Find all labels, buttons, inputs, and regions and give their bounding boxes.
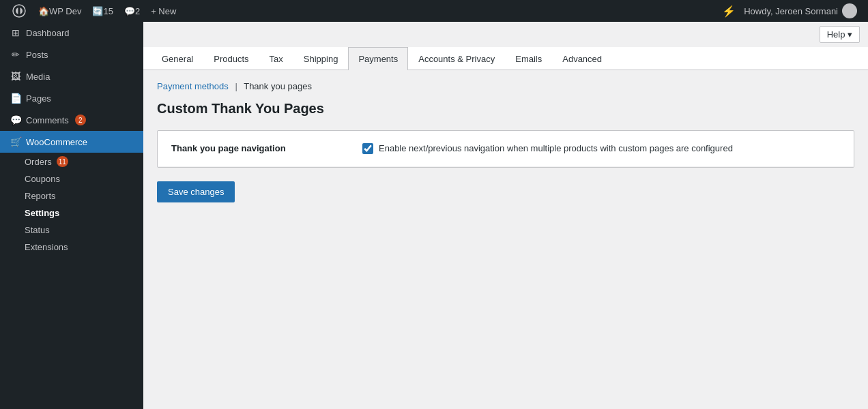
sidebar-sub-orders[interactable]: Orders 11 xyxy=(25,153,143,170)
setting-label-navigation: Thank you page navigation xyxy=(171,142,362,153)
woocommerce-submenu: Orders 11 Coupons Reports Settings Statu… xyxy=(0,153,143,256)
comments-nav-icon: 💬 xyxy=(10,115,22,125)
comments-icon: 💬 xyxy=(124,6,135,16)
sidebar-sub-reports[interactable]: Reports xyxy=(25,187,143,204)
dashboard-icon: ⊞ xyxy=(10,27,22,38)
user-avatar xyxy=(842,3,857,18)
sidebar: ⊞ Dashboard ✏ Posts 🖼 Media 📄 Pages 💬 Co… xyxy=(0,22,143,409)
sidebar-sub-status[interactable]: Status xyxy=(25,222,143,239)
tab-advanced[interactable]: Advanced xyxy=(552,47,612,70)
user-greeting[interactable]: Howdy, Jeroen Sormani xyxy=(738,0,863,22)
settings-row-navigation: Thank you page navigation Enable next/pr… xyxy=(158,131,854,167)
media-icon: 🖼 xyxy=(10,71,22,82)
page-title: Custom Thank You Pages xyxy=(157,101,854,117)
save-changes-button[interactable]: Save changes xyxy=(157,181,235,202)
breadcrumb-current: Thank you pages xyxy=(244,81,312,91)
new-content[interactable]: + New xyxy=(145,0,182,22)
orders-badge: 11 xyxy=(57,156,68,167)
tab-tax[interactable]: Tax xyxy=(259,47,293,70)
main-content: Help ▾ General Products Tax Shipping Pay… xyxy=(143,22,868,409)
wp-logo[interactable] xyxy=(5,0,33,22)
admin-bar: 🏠 WP Dev 🔄 15 💬 2 + New ⚡ Howdy, Jeroen … xyxy=(0,0,868,22)
sidebar-item-comments[interactable]: 💬 Comments 2 xyxy=(0,109,143,131)
navigation-checkbox[interactable] xyxy=(362,143,373,154)
help-button[interactable]: Help ▾ xyxy=(820,26,860,43)
updates-item[interactable]: 🔄 15 xyxy=(87,0,118,22)
sidebar-item-media[interactable]: 🖼 Media xyxy=(0,65,143,87)
comments-item[interactable]: 💬 2 xyxy=(119,0,145,22)
lightning-icon: ⚡ xyxy=(722,5,736,18)
site-name[interactable]: 🏠 WP Dev xyxy=(33,0,87,22)
sidebar-item-woocommerce[interactable]: 🛒 WooCommerce xyxy=(0,131,143,153)
sidebar-sub-coupons[interactable]: Coupons xyxy=(25,170,143,187)
breadcrumb-separator: | xyxy=(235,81,237,91)
pages-icon: 📄 xyxy=(10,93,22,104)
svg-rect-2 xyxy=(18,7,20,15)
updates-icon: 🔄 xyxy=(92,6,103,16)
sidebar-item-posts[interactable]: ✏ Posts xyxy=(0,44,143,65)
home-icon: 🏠 xyxy=(38,6,49,16)
woocommerce-icon: 🛒 xyxy=(10,136,22,147)
page-content: Payment methods | Thank you pages Custom… xyxy=(143,70,868,409)
comments-badge: 2 xyxy=(75,115,86,125)
help-bar: Help ▾ xyxy=(143,22,868,47)
breadcrumb-link[interactable]: Payment methods xyxy=(157,81,229,91)
settings-tabs: General Products Tax Shipping Payments A… xyxy=(143,47,868,70)
tab-products[interactable]: Products xyxy=(203,47,259,70)
navigation-checkbox-label[interactable]: Enable next/previous navigation when mul… xyxy=(379,142,733,155)
settings-table: Thank you page navigation Enable next/pr… xyxy=(157,130,854,168)
tab-payments[interactable]: Payments xyxy=(348,47,408,70)
tab-general[interactable]: General xyxy=(151,47,203,70)
sidebar-item-dashboard[interactable]: ⊞ Dashboard xyxy=(0,22,143,44)
tab-shipping[interactable]: Shipping xyxy=(293,47,349,70)
sidebar-sub-settings[interactable]: Settings xyxy=(25,204,143,222)
tab-accounts[interactable]: Accounts & Privacy xyxy=(408,47,505,70)
sidebar-sub-extensions[interactable]: Extensions xyxy=(25,239,143,256)
breadcrumb: Payment methods | Thank you pages xyxy=(157,81,854,91)
posts-icon: ✏ xyxy=(10,49,22,60)
tab-emails[interactable]: Emails xyxy=(505,47,552,70)
setting-control-navigation: Enable next/previous navigation when mul… xyxy=(362,142,840,155)
sidebar-item-pages[interactable]: 📄 Pages xyxy=(0,87,143,109)
